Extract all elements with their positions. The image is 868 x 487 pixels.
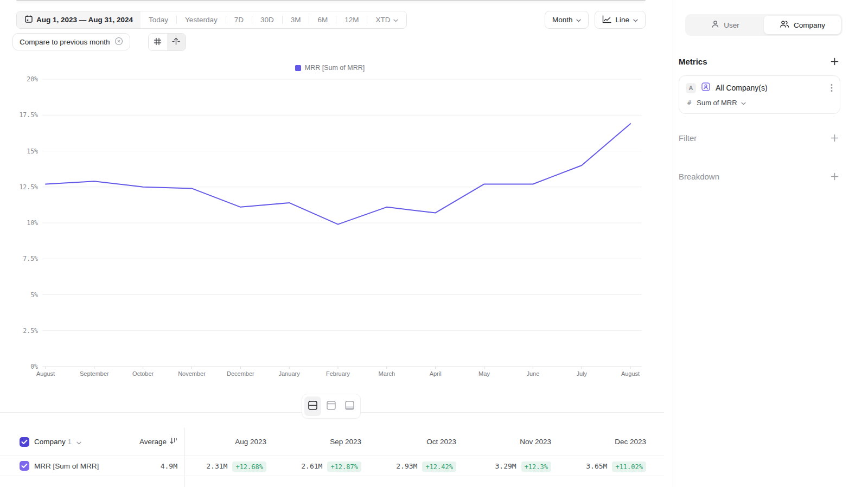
svg-text:June: June — [526, 370, 539, 377]
mrr-line-chart[interactable]: 20%17.5%15%12.5%10%7.5%5%2.5%0%AugustSep… — [0, 72, 660, 384]
chevron-down-icon[interactable] — [76, 437, 81, 447]
add-breakdown-button[interactable] — [829, 171, 840, 182]
metrics-section-header: Metrics — [679, 56, 840, 67]
config-sidebar: User Company Metrics A — [673, 0, 868, 487]
preset-3m-button[interactable]: 3M — [283, 16, 310, 24]
table-only-icon — [344, 400, 355, 412]
preset-6m-button[interactable]: 6M — [309, 16, 336, 24]
chart-type-label: Line — [615, 16, 629, 24]
calendar-icon — [24, 15, 33, 25]
select-all-checkbox[interactable] — [20, 437, 29, 447]
layout-split-view-button[interactable] — [304, 396, 321, 416]
change-badge: +12.42% — [422, 462, 456, 472]
month-column-header: Oct 2023 — [374, 438, 469, 446]
svg-text:17.5%: 17.5% — [19, 111, 38, 119]
svg-text:January: January — [279, 370, 301, 377]
chart-controls: Month Line — [545, 11, 646, 29]
average-column-header: Average — [139, 438, 167, 446]
svg-text:December: December — [227, 370, 254, 377]
layout-toggle-group — [302, 394, 361, 419]
change-badge: +12.68% — [232, 462, 266, 472]
preset-today-button[interactable]: Today — [141, 16, 177, 24]
close-circle-icon[interactable] — [114, 37, 123, 47]
table-column-divider — [184, 428, 185, 487]
change-badge: +12.3% — [521, 462, 551, 472]
svg-text:May: May — [478, 370, 490, 377]
svg-text:February: February — [326, 370, 350, 377]
tab-company[interactable]: Company — [764, 16, 841, 34]
grid-toggle-button[interactable] — [149, 34, 167, 50]
month-value: 2.61M — [301, 462, 322, 470]
tab-user[interactable]: User — [687, 16, 764, 34]
svg-text:August: August — [621, 370, 640, 377]
company-badge-icon — [701, 82, 711, 94]
svg-text:November: November — [178, 370, 206, 377]
metrics-title: Metrics — [679, 57, 707, 66]
svg-text:7.5%: 7.5% — [23, 255, 38, 262]
month-cell: 2.31M+12.68% — [184, 461, 279, 471]
month-cell: 2.61M+12.87% — [279, 461, 374, 471]
preset-xtd-button[interactable]: XTD — [367, 11, 406, 28]
row-checkbox[interactable] — [20, 461, 29, 471]
svg-text:20%: 20% — [27, 75, 38, 83]
layout-chart-only-button[interactable] — [323, 396, 340, 416]
chevron-down-icon — [633, 16, 638, 24]
chart-type-button[interactable]: Line — [595, 11, 646, 29]
svg-text:5%: 5% — [30, 291, 38, 299]
preset-7d-button[interactable]: 7D — [226, 16, 252, 24]
chart-option-toggles — [148, 33, 186, 51]
add-metric-button[interactable] — [829, 56, 840, 67]
svg-text:10%: 10% — [27, 219, 38, 227]
sort-descending-icon[interactable] — [170, 437, 177, 447]
month-cell: 2.93M+12.42% — [374, 461, 469, 471]
date-range-segmented-control: Aug 1, 2023 — Aug 31, 2024 TodayYesterda… — [16, 11, 407, 29]
table-row[interactable]: MRR [Sum of MRR] 4.9M 2.31M+12.68%2.61M+… — [0, 456, 664, 476]
users-icon — [780, 20, 789, 30]
xtd-label: XTD — [375, 16, 390, 24]
metric-series-badge: A — [686, 83, 696, 93]
preset-30d-button[interactable]: 30D — [252, 16, 283, 24]
entity-tab-group: User Company — [685, 14, 843, 36]
row-metric-label: MRR [Sum of MRR] — [34, 462, 99, 470]
arrow-up-dashed-icon — [172, 37, 180, 47]
chart-legend: MRR [Sum of MRR] — [0, 64, 660, 72]
svg-text:July: July — [576, 370, 587, 377]
metric-entity-name: All Company(s) — [716, 84, 824, 92]
preset-12m-button[interactable]: 12M — [336, 16, 367, 24]
svg-text:August: August — [36, 370, 55, 377]
grid-icon — [154, 37, 162, 47]
svg-text:April: April — [430, 370, 442, 377]
month-value: 2.31M — [206, 462, 227, 470]
tab-user-label: User — [724, 21, 739, 29]
table-header-row: Company 1 Average Aug 2023Sep 2023Oct 20… — [0, 428, 664, 456]
date-range-button[interactable]: Aug 1, 2023 — Aug 31, 2024 — [17, 11, 141, 28]
layout-table-only-button[interactable] — [341, 396, 358, 416]
granularity-label: Month — [552, 16, 573, 24]
entity-column-header: Company 1 — [34, 438, 72, 446]
add-filter-button[interactable] — [829, 132, 840, 144]
metric-selector[interactable]: Sum of MRR — [697, 99, 745, 107]
svg-text:October: October — [132, 370, 154, 377]
compare-chip-label: Compare to previous month — [20, 38, 110, 46]
goal-line-toggle-button[interactable] — [167, 34, 186, 50]
svg-text:September: September — [80, 370, 109, 377]
average-value: 4.9M — [161, 462, 177, 470]
granularity-button[interactable]: Month — [545, 11, 589, 29]
breakdown-title: Breakdown — [679, 172, 719, 181]
preset-yesterday-button[interactable]: Yesterday — [177, 16, 226, 24]
metric-name: Sum of MRR — [697, 99, 737, 107]
svg-text:15%: 15% — [27, 148, 38, 155]
split-view-icon — [308, 400, 318, 412]
breakdown-section-header: Breakdown — [679, 171, 840, 182]
svg-text:0%: 0% — [30, 363, 38, 370]
metric-card[interactable]: A All Company(s) # Sum of MRR — [679, 75, 840, 114]
numeric-metric-icon: # — [687, 99, 691, 107]
card-top-edge — [16, 0, 646, 1]
change-badge: +11.02% — [612, 462, 646, 472]
kebab-menu-icon[interactable] — [829, 82, 834, 94]
compare-chip[interactable]: Compare to previous month — [12, 33, 130, 50]
month-cell: 3.65M+11.02% — [564, 461, 659, 471]
month-value: 3.65M — [586, 462, 607, 470]
month-column-header: Aug 2023 — [184, 438, 279, 446]
chevron-down-icon — [576, 16, 581, 24]
